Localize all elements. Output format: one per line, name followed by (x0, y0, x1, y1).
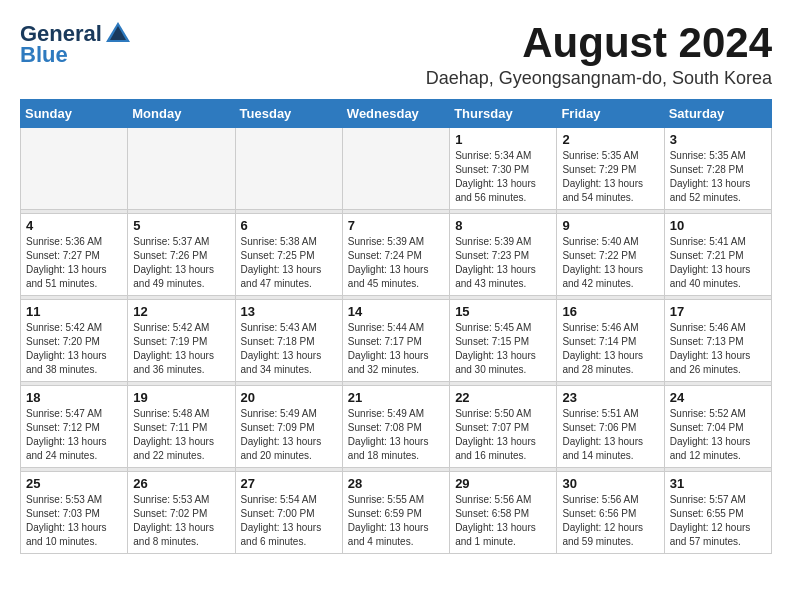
calendar-day-cell: 31Sunrise: 5:57 AM Sunset: 6:55 PM Dayli… (664, 472, 771, 554)
day-number: 31 (670, 476, 766, 491)
day-info: Sunrise: 5:52 AM Sunset: 7:04 PM Dayligh… (670, 407, 766, 463)
calendar-day-cell: 23Sunrise: 5:51 AM Sunset: 7:06 PM Dayli… (557, 386, 664, 468)
location-subtitle: Daehap, Gyeongsangnam-do, South Korea (426, 68, 772, 89)
day-number: 23 (562, 390, 658, 405)
calendar-day-cell: 11Sunrise: 5:42 AM Sunset: 7:20 PM Dayli… (21, 300, 128, 382)
calendar-day-cell: 16Sunrise: 5:46 AM Sunset: 7:14 PM Dayli… (557, 300, 664, 382)
day-number: 24 (670, 390, 766, 405)
weekday-header-friday: Friday (557, 100, 664, 128)
calendar-week-row: 11Sunrise: 5:42 AM Sunset: 7:20 PM Dayli… (21, 300, 772, 382)
day-info: Sunrise: 5:50 AM Sunset: 7:07 PM Dayligh… (455, 407, 551, 463)
day-number: 30 (562, 476, 658, 491)
calendar-week-row: 18Sunrise: 5:47 AM Sunset: 7:12 PM Dayli… (21, 386, 772, 468)
day-number: 14 (348, 304, 444, 319)
calendar-day-cell: 3Sunrise: 5:35 AM Sunset: 7:28 PM Daylig… (664, 128, 771, 210)
month-year-title: August 2024 (426, 20, 772, 66)
day-number: 22 (455, 390, 551, 405)
calendar-day-cell: 6Sunrise: 5:38 AM Sunset: 7:25 PM Daylig… (235, 214, 342, 296)
calendar-day-cell (21, 128, 128, 210)
calendar-day-cell: 13Sunrise: 5:43 AM Sunset: 7:18 PM Dayli… (235, 300, 342, 382)
weekday-header-sunday: Sunday (21, 100, 128, 128)
calendar-day-cell: 17Sunrise: 5:46 AM Sunset: 7:13 PM Dayli… (664, 300, 771, 382)
day-info: Sunrise: 5:49 AM Sunset: 7:09 PM Dayligh… (241, 407, 337, 463)
day-info: Sunrise: 5:38 AM Sunset: 7:25 PM Dayligh… (241, 235, 337, 291)
day-number: 16 (562, 304, 658, 319)
day-number: 9 (562, 218, 658, 233)
day-info: Sunrise: 5:35 AM Sunset: 7:29 PM Dayligh… (562, 149, 658, 205)
day-number: 28 (348, 476, 444, 491)
day-info: Sunrise: 5:56 AM Sunset: 6:58 PM Dayligh… (455, 493, 551, 549)
day-info: Sunrise: 5:53 AM Sunset: 7:02 PM Dayligh… (133, 493, 229, 549)
calendar-day-cell: 30Sunrise: 5:56 AM Sunset: 6:56 PM Dayli… (557, 472, 664, 554)
day-info: Sunrise: 5:46 AM Sunset: 7:13 PM Dayligh… (670, 321, 766, 377)
weekday-header-saturday: Saturday (664, 100, 771, 128)
logo-icon (104, 20, 132, 48)
day-number: 29 (455, 476, 551, 491)
calendar-day-cell: 7Sunrise: 5:39 AM Sunset: 7:24 PM Daylig… (342, 214, 449, 296)
calendar-day-cell: 27Sunrise: 5:54 AM Sunset: 7:00 PM Dayli… (235, 472, 342, 554)
calendar-week-row: 4Sunrise: 5:36 AM Sunset: 7:27 PM Daylig… (21, 214, 772, 296)
calendar-day-cell: 19Sunrise: 5:48 AM Sunset: 7:11 PM Dayli… (128, 386, 235, 468)
day-number: 15 (455, 304, 551, 319)
day-number: 5 (133, 218, 229, 233)
day-info: Sunrise: 5:43 AM Sunset: 7:18 PM Dayligh… (241, 321, 337, 377)
day-number: 8 (455, 218, 551, 233)
day-info: Sunrise: 5:47 AM Sunset: 7:12 PM Dayligh… (26, 407, 122, 463)
day-info: Sunrise: 5:45 AM Sunset: 7:15 PM Dayligh… (455, 321, 551, 377)
calendar-day-cell: 1Sunrise: 5:34 AM Sunset: 7:30 PM Daylig… (450, 128, 557, 210)
weekday-header-wednesday: Wednesday (342, 100, 449, 128)
day-number: 3 (670, 132, 766, 147)
day-info: Sunrise: 5:34 AM Sunset: 7:30 PM Dayligh… (455, 149, 551, 205)
page-header: General Blue August 2024 Daehap, Gyeongs… (20, 20, 772, 89)
logo: General Blue (20, 20, 132, 68)
day-number: 25 (26, 476, 122, 491)
calendar-table: SundayMondayTuesdayWednesdayThursdayFrid… (20, 99, 772, 554)
day-info: Sunrise: 5:35 AM Sunset: 7:28 PM Dayligh… (670, 149, 766, 205)
day-number: 6 (241, 218, 337, 233)
day-number: 18 (26, 390, 122, 405)
title-block: August 2024 Daehap, Gyeongsangnam-do, So… (426, 20, 772, 89)
calendar-day-cell: 10Sunrise: 5:41 AM Sunset: 7:21 PM Dayli… (664, 214, 771, 296)
day-number: 11 (26, 304, 122, 319)
weekday-header-monday: Monday (128, 100, 235, 128)
calendar-day-cell (128, 128, 235, 210)
day-info: Sunrise: 5:56 AM Sunset: 6:56 PM Dayligh… (562, 493, 658, 549)
calendar-day-cell: 2Sunrise: 5:35 AM Sunset: 7:29 PM Daylig… (557, 128, 664, 210)
day-info: Sunrise: 5:55 AM Sunset: 6:59 PM Dayligh… (348, 493, 444, 549)
day-info: Sunrise: 5:57 AM Sunset: 6:55 PM Dayligh… (670, 493, 766, 549)
weekday-header-tuesday: Tuesday (235, 100, 342, 128)
day-info: Sunrise: 5:37 AM Sunset: 7:26 PM Dayligh… (133, 235, 229, 291)
calendar-day-cell: 26Sunrise: 5:53 AM Sunset: 7:02 PM Dayli… (128, 472, 235, 554)
day-number: 10 (670, 218, 766, 233)
calendar-day-cell: 20Sunrise: 5:49 AM Sunset: 7:09 PM Dayli… (235, 386, 342, 468)
day-info: Sunrise: 5:49 AM Sunset: 7:08 PM Dayligh… (348, 407, 444, 463)
day-number: 7 (348, 218, 444, 233)
calendar-day-cell: 9Sunrise: 5:40 AM Sunset: 7:22 PM Daylig… (557, 214, 664, 296)
day-info: Sunrise: 5:46 AM Sunset: 7:14 PM Dayligh… (562, 321, 658, 377)
day-number: 26 (133, 476, 229, 491)
day-info: Sunrise: 5:41 AM Sunset: 7:21 PM Dayligh… (670, 235, 766, 291)
day-number: 17 (670, 304, 766, 319)
calendar-day-cell: 8Sunrise: 5:39 AM Sunset: 7:23 PM Daylig… (450, 214, 557, 296)
calendar-day-cell: 5Sunrise: 5:37 AM Sunset: 7:26 PM Daylig… (128, 214, 235, 296)
day-info: Sunrise: 5:53 AM Sunset: 7:03 PM Dayligh… (26, 493, 122, 549)
day-number: 20 (241, 390, 337, 405)
day-info: Sunrise: 5:48 AM Sunset: 7:11 PM Dayligh… (133, 407, 229, 463)
day-info: Sunrise: 5:36 AM Sunset: 7:27 PM Dayligh… (26, 235, 122, 291)
calendar-day-cell: 29Sunrise: 5:56 AM Sunset: 6:58 PM Dayli… (450, 472, 557, 554)
day-number: 13 (241, 304, 337, 319)
day-info: Sunrise: 5:54 AM Sunset: 7:00 PM Dayligh… (241, 493, 337, 549)
calendar-day-cell: 25Sunrise: 5:53 AM Sunset: 7:03 PM Dayli… (21, 472, 128, 554)
calendar-day-cell: 21Sunrise: 5:49 AM Sunset: 7:08 PM Dayli… (342, 386, 449, 468)
calendar-day-cell: 15Sunrise: 5:45 AM Sunset: 7:15 PM Dayli… (450, 300, 557, 382)
day-number: 27 (241, 476, 337, 491)
day-number: 21 (348, 390, 444, 405)
day-number: 2 (562, 132, 658, 147)
calendar-day-cell: 12Sunrise: 5:42 AM Sunset: 7:19 PM Dayli… (128, 300, 235, 382)
calendar-day-cell: 4Sunrise: 5:36 AM Sunset: 7:27 PM Daylig… (21, 214, 128, 296)
calendar-week-row: 1Sunrise: 5:34 AM Sunset: 7:30 PM Daylig… (21, 128, 772, 210)
calendar-day-cell: 22Sunrise: 5:50 AM Sunset: 7:07 PM Dayli… (450, 386, 557, 468)
day-number: 19 (133, 390, 229, 405)
day-info: Sunrise: 5:44 AM Sunset: 7:17 PM Dayligh… (348, 321, 444, 377)
day-info: Sunrise: 5:39 AM Sunset: 7:24 PM Dayligh… (348, 235, 444, 291)
